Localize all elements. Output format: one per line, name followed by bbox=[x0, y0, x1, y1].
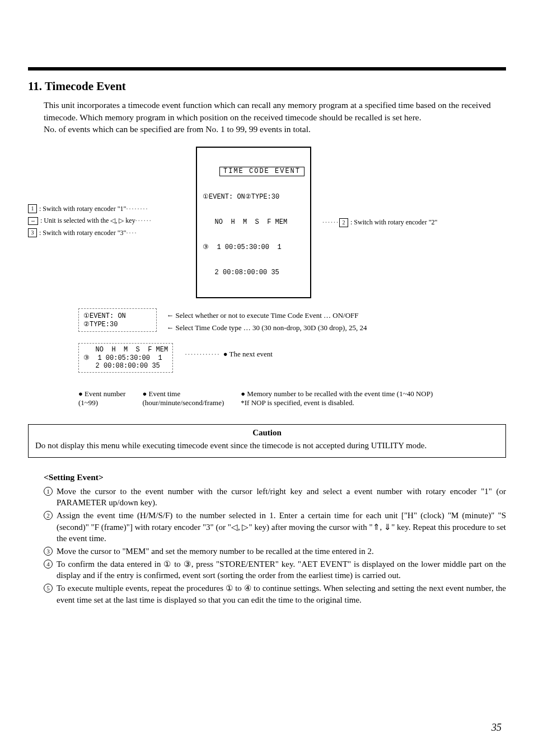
caution-title: Caution bbox=[35, 428, 499, 438]
section-heading: 11. Timecode Event bbox=[28, 79, 506, 93]
label-enc3: : Switch with rotary encoder "3" bbox=[39, 229, 126, 237]
box-type-line: ②TYPE:30 bbox=[83, 321, 118, 328]
explain-type: ← Select Time Code type … 30 (30 non-dro… bbox=[166, 322, 367, 334]
screen-title: TIME CODE EVENT bbox=[219, 167, 305, 176]
step-4: 4To confirm the data entered in ① to ③, … bbox=[44, 558, 506, 581]
steps-list: 1Move the cursor to the event number wit… bbox=[44, 486, 506, 606]
screen-header: NO H M S F MEM bbox=[203, 218, 305, 227]
intro-p1: This unit incorporates a timecode event … bbox=[44, 99, 506, 123]
circled-3-icon: 3 bbox=[44, 547, 53, 556]
intro-p2: No. of events which can be specified are… bbox=[44, 123, 506, 135]
event-type-box: ①EVENT: ON ②TYPE:30 bbox=[78, 308, 157, 332]
evt-header: NO H M S F MEM bbox=[83, 346, 168, 354]
page-number: 35 bbox=[491, 722, 502, 734]
step-5: 5To execute multiple events, repeat the … bbox=[44, 583, 506, 605]
label-enc1: : Switch with rotary encoder "1" bbox=[39, 205, 126, 213]
event-rows-box: NO H M S F MEM ③ 1 00:05:30:00 1 2 00:08… bbox=[78, 343, 173, 373]
next-event-label: ● The next event bbox=[223, 350, 273, 358]
b-evtnum2: (1~99) bbox=[78, 398, 125, 407]
event-type-explain: ← Select whether or not to execute Time … bbox=[166, 309, 367, 334]
step-2: 2Assign the event time (H/M/S/F) to the … bbox=[44, 510, 506, 544]
screen-row2: 2 00:08:00:00 35 bbox=[203, 269, 305, 277]
left-callouts: 1: Switch with rotary encoder "1" ······… bbox=[28, 204, 196, 241]
box-2-icon: 2 bbox=[339, 218, 348, 227]
screen-mockup: TIME CODE EVENT ①EVENT: ON②TYPE:30 NO H … bbox=[196, 147, 311, 298]
screen-row1: ③ 1 00:05:30:00 1 bbox=[203, 243, 305, 252]
evt-row1: ③ 1 00:05:30:00 1 bbox=[83, 354, 162, 362]
circled-4-icon: 4 bbox=[44, 560, 53, 569]
label-enc2: : Switch with rotary encoder "2" bbox=[350, 218, 437, 227]
label-arrow: : Unit is selected with the ◁, ▷ key bbox=[40, 217, 135, 225]
b-evtnum1: ● Event number bbox=[78, 389, 125, 398]
explain-event: ← Select whether or not to execute Time … bbox=[166, 309, 367, 322]
bullet-legend: ● Event number (1~99) ● Event time (hour… bbox=[78, 389, 506, 407]
step-1: 1Move the cursor to the event number wit… bbox=[44, 486, 506, 509]
b-evttime2: (hour/minute/second/frame) bbox=[142, 398, 224, 407]
circled-1-icon: 1 bbox=[44, 487, 53, 496]
box-event-line: ①EVENT: ON bbox=[83, 312, 126, 320]
b-mem2: *If NOP is specified, event is disabled. bbox=[241, 398, 433, 407]
step-3: 3Move the cursor to "MEM" and set the me… bbox=[44, 546, 506, 557]
screen-line1: ①EVENT: ON②TYPE:30 bbox=[203, 193, 305, 201]
circled-2-icon: 2 bbox=[44, 511, 53, 520]
horizontal-rule bbox=[28, 67, 506, 71]
circled-5-icon: 5 bbox=[44, 584, 53, 593]
right-callout: ······ 2: Switch with rotary encoder "2" bbox=[322, 218, 437, 227]
evt-row2: 2 00:08:00:00 35 bbox=[83, 362, 160, 370]
intro-block: This unit incorporates a timecode event … bbox=[28, 99, 506, 135]
box-3-icon: 3 bbox=[28, 228, 37, 237]
caution-text: Do not display this menu while executing… bbox=[35, 440, 499, 451]
box-1-icon: 1 bbox=[28, 204, 37, 213]
b-evttime1: ● Event time bbox=[142, 389, 224, 398]
diagram-area: 1: Switch with rotary encoder "1" ······… bbox=[28, 147, 506, 407]
caution-box: Caution Do not display this menu while e… bbox=[28, 424, 506, 457]
b-mem1: ● Memory number to be recalled with the … bbox=[241, 389, 433, 398]
setting-heading: <Setting Event> bbox=[44, 472, 506, 482]
lr-arrow-icon: ↔ bbox=[28, 217, 38, 225]
